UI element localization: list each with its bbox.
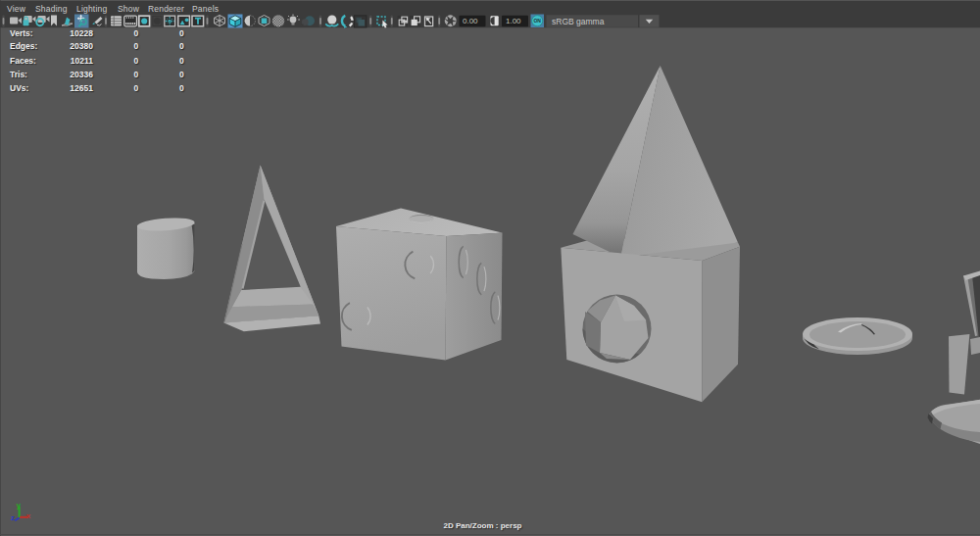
svg-text:x: x — [26, 512, 31, 520]
svg-text:1.00: 1.00 — [506, 17, 521, 25]
svg-text:sRGB gamma: sRGB gamma — [552, 17, 605, 26]
svg-text:ON: ON — [533, 18, 541, 24]
svg-text:0.00: 0.00 — [463, 17, 478, 25]
